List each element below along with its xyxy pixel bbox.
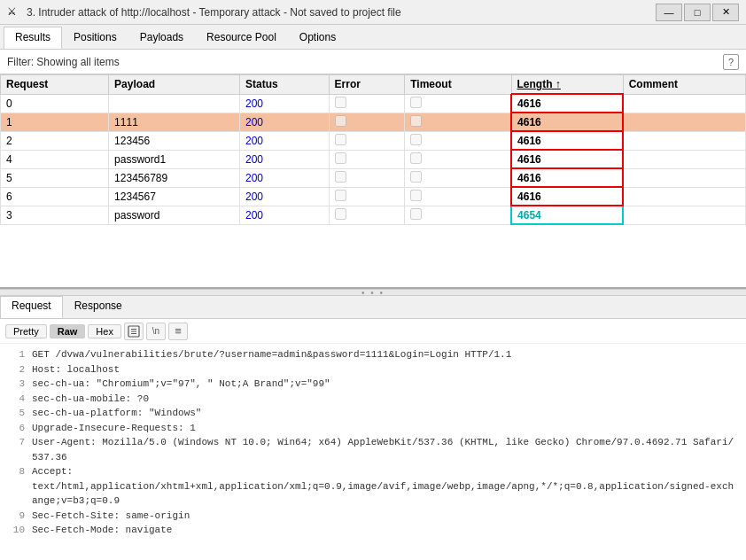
format-icon-button[interactable]: ≡	[168, 323, 188, 340]
cell-status: 200	[239, 187, 329, 206]
cell-comment	[623, 168, 745, 187]
cell-request: 4	[1, 150, 109, 168]
cell-error	[329, 168, 405, 187]
col-error[interactable]: Error	[329, 75, 405, 95]
code-line: 2Host: localhost	[7, 362, 739, 377]
tab-resource-pool[interactable]: Resource Pool	[195, 27, 288, 49]
table-row[interactable]: 0 200 4616	[1, 94, 746, 113]
cell-comment	[623, 131, 745, 150]
col-request[interactable]: Request	[1, 75, 109, 95]
table-row[interactable]: 1 1111 200 4616	[1, 113, 746, 131]
filter-help-button[interactable]: ?	[723, 54, 739, 70]
line-content: User-Agent: Mozilla/5.0 (Windows NT 10.0…	[32, 435, 739, 464]
cell-request: 0	[1, 94, 109, 113]
code-line: text/html,application/xhtml+xml,applicat…	[7, 479, 739, 509]
request-toolbar: Pretty Raw Hex \n ≡	[0, 319, 746, 344]
table-row[interactable]: 4 password1 200 4616	[1, 150, 746, 168]
line-number: 9	[7, 509, 25, 524]
tab-response[interactable]: Response	[63, 296, 134, 318]
cell-status: 200	[239, 206, 329, 224]
tab-payloads[interactable]: Payloads	[128, 27, 195, 49]
maximize-button[interactable]: □	[684, 4, 711, 21]
col-payload[interactable]: Payload	[109, 75, 240, 95]
table-row[interactable]: 5 123456789 200 4616	[1, 168, 746, 187]
line-content: Upgrade-Insecure-Requests: 1	[32, 421, 739, 436]
cell-payload: 1234567	[109, 187, 240, 206]
raw-button[interactable]: Raw	[50, 324, 86, 338]
col-length[interactable]: Length ↑	[511, 75, 623, 95]
cell-length: 4616	[511, 150, 623, 168]
cell-request: 2	[1, 131, 109, 150]
line-number: 4	[7, 392, 25, 407]
code-line: 9Sec-Fetch-Site: same-origin	[7, 509, 739, 524]
table-row[interactable]: 3 password 200 4654	[1, 206, 746, 224]
line-content: Accept:	[32, 464, 739, 479]
line-number: 2	[7, 362, 25, 377]
cell-length: 4616	[511, 94, 623, 113]
line-number: 8	[7, 464, 25, 479]
tab-request[interactable]: Request	[0, 296, 63, 318]
cell-status: 200	[239, 113, 329, 131]
cell-timeout	[405, 131, 511, 150]
lower-tabs: Request Response	[0, 296, 746, 319]
render-icon-button[interactable]	[124, 323, 144, 340]
cell-timeout	[405, 94, 511, 113]
cell-comment	[623, 206, 745, 224]
cell-length: 4616	[511, 131, 623, 150]
cell-payload: 1111	[109, 113, 240, 131]
line-content: sec-ch-ua: "Chromium";v="97", " Not;A Br…	[32, 377, 739, 392]
lower-panel: Request Response Pretty Raw Hex \n ≡ 1GE…	[0, 296, 746, 560]
table-row[interactable]: 6 1234567 200 4616	[1, 187, 746, 206]
cell-comment	[623, 94, 745, 113]
line-content: Sec-Fetch-Mode: navigate	[32, 523, 739, 538]
cell-status: 200	[239, 94, 329, 113]
close-button[interactable]: ✕	[712, 4, 739, 21]
cell-error	[329, 113, 405, 131]
code-line: 8Accept:	[7, 464, 739, 479]
ln-icon-button[interactable]: \n	[146, 323, 166, 340]
menu-tabs: Results Positions Payloads Resource Pool…	[0, 25, 746, 50]
cell-length: 4616	[511, 113, 623, 131]
table-row[interactable]: 2 123456 200 4616	[1, 131, 746, 150]
line-number: 6	[7, 421, 25, 436]
filter-bar: Filter: Showing all items ?	[0, 50, 746, 74]
tab-options[interactable]: Options	[288, 27, 347, 49]
line-content: sec-ch-ua-platform: "Windows"	[32, 406, 739, 421]
cell-status: 200	[239, 150, 329, 168]
app-icon: ⚔	[7, 5, 21, 19]
code-line: 4sec-ch-ua-mobile: ?0	[7, 392, 739, 407]
titlebar: ⚔ 3. Intruder attack of http://localhost…	[0, 0, 746, 25]
tab-positions[interactable]: Positions	[62, 27, 128, 49]
cell-payload: 123456	[109, 131, 240, 150]
hex-button[interactable]: Hex	[88, 324, 121, 338]
line-number: 5	[7, 406, 25, 421]
cell-timeout	[405, 187, 511, 206]
results-table: Request Payload Status Error Timeout Len…	[0, 74, 746, 225]
cell-payload: password1	[109, 150, 240, 168]
panel-splitter[interactable]: • • •	[0, 289, 746, 296]
request-body: 1GET /dvwa/vulnerabilities/brute/?userna…	[0, 344, 746, 560]
line-content: Sec-Fetch-Site: same-origin	[32, 509, 739, 524]
col-comment[interactable]: Comment	[623, 75, 745, 95]
pretty-button[interactable]: Pretty	[5, 324, 47, 338]
code-line: 7User-Agent: Mozilla/5.0 (Windows NT 10.…	[7, 435, 739, 464]
window-controls: — □ ✕	[656, 4, 739, 21]
code-line: 5sec-ch-ua-platform: "Windows"	[7, 406, 739, 421]
cell-comment	[623, 150, 745, 168]
line-content: text/html,application/xhtml+xml,applicat…	[32, 479, 739, 509]
code-line: 6Upgrade-Insecure-Requests: 1	[7, 421, 739, 436]
cell-error	[329, 131, 405, 150]
cell-error	[329, 206, 405, 224]
col-timeout[interactable]: Timeout	[405, 75, 511, 95]
minimize-button[interactable]: —	[656, 4, 682, 21]
results-panel: Request Payload Status Error Timeout Len…	[0, 74, 746, 289]
line-number	[7, 479, 25, 509]
line-number: 7	[7, 435, 25, 464]
col-status[interactable]: Status	[239, 75, 329, 95]
cell-length: 4654	[511, 206, 623, 224]
code-line: 1GET /dvwa/vulnerabilities/brute/?userna…	[7, 347, 739, 362]
tab-results[interactable]: Results	[4, 27, 62, 49]
cell-comment	[623, 113, 745, 131]
cell-length: 4616	[511, 187, 623, 206]
cell-error	[329, 150, 405, 168]
